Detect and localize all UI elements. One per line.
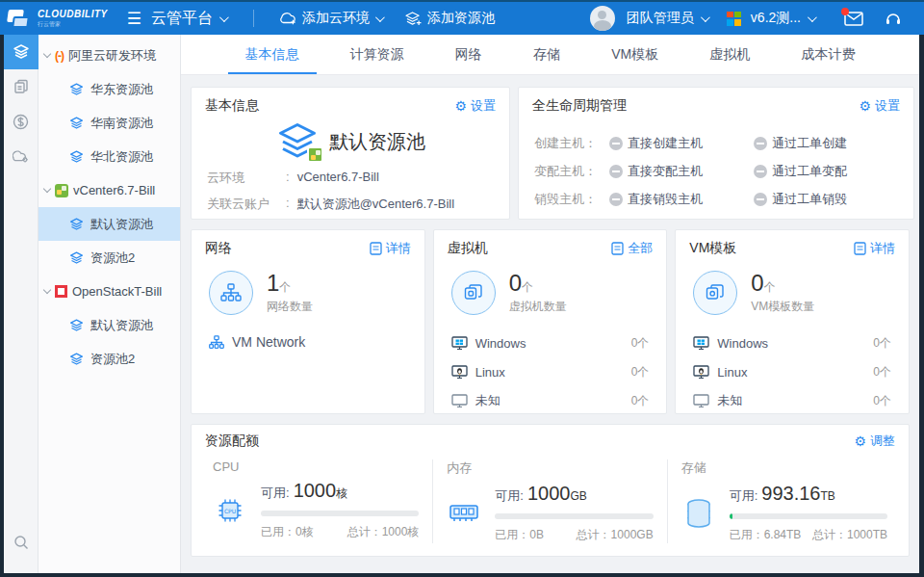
pool-layers-icon xyxy=(69,251,84,265)
pool-layers-icon xyxy=(69,150,84,164)
user-avatar[interactable] xyxy=(590,6,615,31)
rail-item-documents[interactable] xyxy=(4,69,38,104)
tab-bar: 基本信息 计算资源 网络 存储 VM模板 虚拟机 成本计费 xyxy=(181,35,919,75)
tree-item-pool[interactable]: 华东资源池 xyxy=(38,72,180,106)
headset-icon xyxy=(885,11,902,27)
quota-available: 可用:1000核 xyxy=(261,480,419,502)
support-button[interactable] xyxy=(876,11,911,27)
network-stat-icon xyxy=(209,271,253,315)
lifecycle-row: 创建主机： 直接创建主机 通过工单创建 xyxy=(519,135,913,152)
tree-item-pool-selected[interactable]: 默认资源池 xyxy=(38,207,180,241)
icon-rail xyxy=(4,35,38,573)
tab-virtual-machine[interactable]: 虚拟机 xyxy=(704,35,756,74)
tree-item-pool[interactable]: 资源池2 xyxy=(38,241,180,275)
disabled-icon xyxy=(754,193,767,206)
notification-dot xyxy=(841,8,849,15)
os-name: Linux xyxy=(717,365,747,380)
template-detail-link[interactable]: 详情 xyxy=(854,240,895,257)
tab-cost-billing[interactable]: 成本计费 xyxy=(795,35,860,74)
role-dropdown[interactable]: 团队管理员 xyxy=(627,10,723,27)
document-icon xyxy=(370,242,382,255)
lifecycle-settings-link[interactable]: ⚙设置 xyxy=(859,97,900,115)
tab-compute[interactable]: 计算资源 xyxy=(345,35,410,74)
product-switcher[interactable]: 云管平台 xyxy=(151,9,240,29)
documents-icon xyxy=(13,79,29,94)
tree-group-label: 阿里云研发环境 xyxy=(68,47,156,65)
add-pool-label: 添加资源池 xyxy=(427,10,495,27)
os-row-windows: Windows 0个 xyxy=(451,328,650,357)
quota-used: 已用：6.84TB xyxy=(730,527,802,543)
tree-item-label: 默认资源池 xyxy=(90,216,153,233)
chevron-down-icon xyxy=(701,13,710,22)
brand-subtitle: 行云管家 xyxy=(38,21,108,27)
openstack-icon xyxy=(55,285,67,298)
quota-used: 已用：0核 xyxy=(261,524,314,540)
chevron-down-icon xyxy=(808,13,817,22)
quota-total: 总计：1000核 xyxy=(347,524,420,540)
vm-all-link[interactable]: 全部 xyxy=(611,240,653,257)
card-title: 资源配额 xyxy=(205,433,259,450)
tree-group-openstack[interactable]: OpenStackT-Bill xyxy=(38,275,180,308)
vm-count: 0个 xyxy=(509,271,567,296)
os-name: 未知 xyxy=(717,392,742,409)
tree-item-pool[interactable]: 华北资源池 xyxy=(38,140,180,173)
svg-text:CPU: CPU xyxy=(224,508,236,514)
quota-section-cpu: CPU CPU 可用:1000核 已用：0核 xyxy=(199,459,432,543)
network-detail-link[interactable]: 详情 xyxy=(370,240,411,257)
os-count: 0个 xyxy=(873,364,891,380)
vm-count-label: 虚拟机数量 xyxy=(509,299,567,315)
template-count-label: VM模板数量 xyxy=(751,299,814,315)
tree-group-aliyun[interactable]: (-) 阿里云研发环境 xyxy=(38,39,180,72)
quota-adjust-link[interactable]: ⚙调整 xyxy=(854,433,895,450)
tab-network[interactable]: 网络 xyxy=(449,35,488,74)
rail-item-cloud-settings[interactable] xyxy=(4,139,38,173)
disabled-icon xyxy=(609,165,623,178)
version-label: v6.2测... xyxy=(751,10,801,27)
quota-available: 可用:1000GB xyxy=(495,483,653,505)
network-card: 网络 详情 1个 网络数量 xyxy=(191,229,425,414)
lifecycle-card: 全生命周期管理 ⚙设置 创建主机： 直接创建主机 通过工单创建 变配主机： 直接… xyxy=(518,87,914,220)
lifecycle-option: 直接变配主机 xyxy=(609,163,754,180)
lifecycle-option: 通过工单创建 xyxy=(754,135,898,152)
vm-card: 虚拟机 全部 0个 虚拟机数量 xyxy=(433,229,668,414)
aliyun-icon: (-) xyxy=(55,49,64,63)
menu-icon[interactable]: ☰ xyxy=(117,9,151,29)
tree-item-pool[interactable]: 资源池2 xyxy=(38,342,180,376)
chevron-down-icon xyxy=(43,50,51,58)
tree-group-vcenter[interactable]: vCenter6.7-Bill xyxy=(38,173,180,207)
os-count: 0个 xyxy=(631,393,650,409)
os-count: 0个 xyxy=(873,393,891,409)
rail-item-search[interactable] xyxy=(4,525,38,560)
tab-basic-info[interactable]: 基本信息 xyxy=(240,35,305,74)
network-count: 1个 xyxy=(267,271,313,296)
version-dropdown[interactable]: v6.2测... xyxy=(751,10,832,27)
windows-os-icon xyxy=(693,336,709,351)
add-pool-button[interactable]: 添加资源池 xyxy=(394,10,506,27)
brand-logo[interactable]: CLOUDBILITY 行云管家 xyxy=(0,8,117,29)
os-name: 未知 xyxy=(475,392,500,409)
quota-total: 总计：1000GB xyxy=(577,527,654,543)
card-title: 网络 xyxy=(205,240,232,257)
document-icon xyxy=(611,242,624,255)
tree-item-pool[interactable]: 默认资源池 xyxy=(38,308,180,342)
app-window: CLOUDBILITY 行云管家 ☰ 云管平台 添加云环境 添加资源池 团队管理… xyxy=(0,0,924,577)
rail-item-resource-pools[interactable] xyxy=(4,35,38,69)
tree-item-label: 默认资源池 xyxy=(90,317,153,334)
cloudbility-logo-icon xyxy=(8,8,33,29)
network-list-item[interactable]: VM Network xyxy=(192,315,424,350)
card-title: 全生命周期管理 xyxy=(532,97,627,115)
os-row-linux: Linux 0个 xyxy=(451,357,650,386)
memory-icon xyxy=(447,501,481,526)
basic-settings-link[interactable]: ⚙设置 xyxy=(454,97,496,115)
add-cloud-env-button[interactable]: 添加云环境 xyxy=(268,10,394,27)
tree-item-label: 华北资源池 xyxy=(90,148,153,166)
vsphere-badge-icon xyxy=(307,146,323,163)
tree-item-pool[interactable]: 华南资源池 xyxy=(38,106,180,140)
messages-button[interactable] xyxy=(835,12,872,26)
card-title: 基本信息 xyxy=(205,97,259,115)
tab-vm-template[interactable]: VM模板 xyxy=(605,35,664,74)
tree-item-label: 华东资源池 xyxy=(90,81,153,98)
tab-storage[interactable]: 存储 xyxy=(527,35,566,74)
cloud-plus-icon xyxy=(279,12,296,25)
rail-item-billing[interactable] xyxy=(4,104,38,139)
